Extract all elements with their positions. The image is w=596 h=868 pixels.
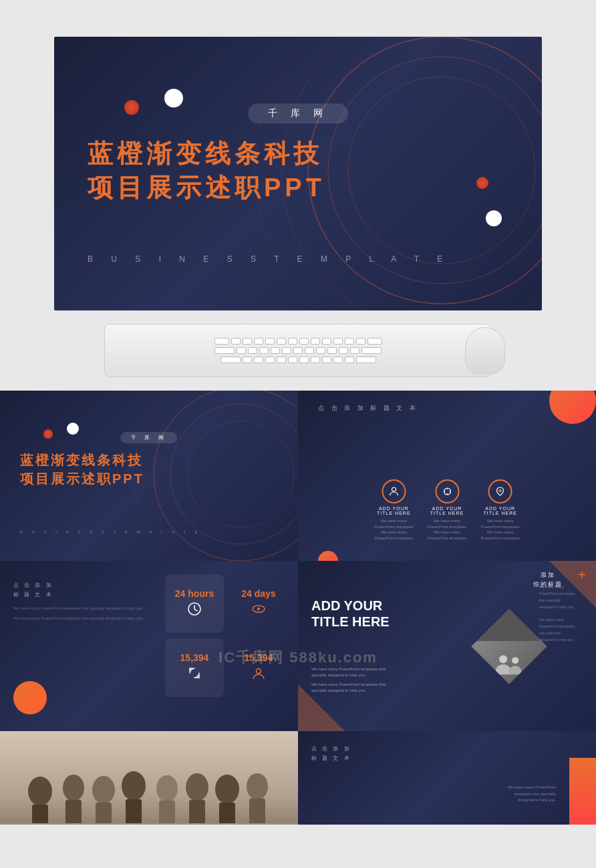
- hero-white-dot-2: [486, 210, 502, 226]
- s2-card3-title: ADD YOUR TITLE HERE: [479, 506, 522, 515]
- svg-rect-23: [32, 805, 48, 825]
- s4-right-text: We have many PowerPoint templates that s…: [539, 584, 589, 644]
- svg-rect-27: [96, 803, 112, 825]
- svg-point-18: [257, 608, 260, 610]
- s3-stat-3: 15,394: [165, 638, 224, 697]
- hero-subtitle: B U S I N E S S T E M P L A T E: [88, 254, 450, 264]
- svg-point-2: [348, 77, 535, 264]
- s4-body1: We have many PowerPoint templates that s…: [311, 666, 398, 679]
- s2-card1-title: ADD YOUR TITLE HERE: [373, 506, 416, 515]
- svg-rect-38: [0, 823, 298, 825]
- s1-brand-text: 千 库 网: [131, 435, 166, 441]
- slide-thumb-3[interactable]: 点 击 添 加 标 题 文 本 We have many PowerPoint …: [0, 561, 298, 731]
- s3-stat-4: 15,394: [229, 638, 288, 697]
- s3-stat1-icon: [187, 602, 202, 620]
- hero-title: 蓝橙渐变线条科技 项目展示述职PPT: [88, 137, 325, 206]
- hero-title-line2: 项目展示述职PPT: [88, 171, 325, 205]
- bs-heading: 点 击 添 加 标 题 文 本: [311, 744, 351, 764]
- svg-point-36: [247, 773, 268, 800]
- s1-title-l1: 蓝橙渐变线条科技: [20, 451, 144, 469]
- s3-stat3-icon: [187, 666, 202, 684]
- s2-header: 点 击 添 加 标 题 文 本: [318, 404, 418, 413]
- s1-title-l2: 项目展示述职PPT: [20, 469, 144, 488]
- s4-photo-diamond: [471, 608, 547, 684]
- s2-card2-icon: [435, 479, 459, 503]
- page-wrapper: 千 库 网 蓝橙渐变线条科技 项目展示述职PPT B U S I N E S S…: [0, 37, 596, 825]
- hero-white-dot-1: [164, 89, 183, 107]
- hero-brand: 千 库 网: [248, 103, 348, 124]
- s4-main-title-text: ADD YOUR TITLE HERE: [311, 598, 390, 630]
- bs-h2: 标 题 文 本: [311, 754, 351, 763]
- svg-point-28: [122, 771, 146, 801]
- bs-orange-bar: [569, 758, 596, 825]
- s3-stat4-icon: [251, 666, 266, 684]
- s4-body: We have many PowerPoint templates that s…: [311, 666, 398, 694]
- mouse: [465, 327, 505, 374]
- s3-stat-1: 24 hours: [165, 574, 224, 633]
- hero-slide: 千 库 网 蓝橙渐变线条科技 项目展示述职PPT B U S I N E S S…: [54, 37, 542, 310]
- s1-brand: 千 库 网: [120, 432, 177, 443]
- s2-card-1: ADD YOUR TITLE HERE We have many PowerPo…: [373, 479, 416, 541]
- s4-plus: +: [578, 568, 586, 583]
- s2-cards: ADD YOUR TITLE HERE We have many PowerPo…: [373, 479, 522, 541]
- s3-stat-grid: 24 hours 24 days: [165, 574, 288, 697]
- svg-point-7: [187, 421, 294, 527]
- hero-brand-text: 千 库 网: [268, 107, 328, 118]
- s2-card1-text: We have many PowerPoint templates We hav…: [373, 518, 416, 541]
- bottom-slide-left[interactable]: [0, 731, 298, 825]
- s4-main-title: ADD YOUR TITLE HERE: [311, 598, 390, 630]
- s3-body2: We have many PowerPoint templates that s…: [13, 616, 144, 622]
- hero-red-dot-2: [476, 177, 488, 189]
- bs-h1: 点 击 添 加: [311, 744, 351, 754]
- svg-point-1: [328, 57, 542, 284]
- s3-left: 点 击 添 加 标 题 文 本 We have many PowerPoint …: [13, 581, 144, 622]
- slide-thumb-4[interactable]: 添加 你的标题 + ADD YOUR TITLE HERE We have ma…: [298, 561, 596, 731]
- bottom-slide-right[interactable]: 点 击 添 加 标 题 文 本 We have many PowerPoint …: [298, 731, 596, 825]
- s4-body2: We have many PowerPoint templates that s…: [311, 682, 398, 694]
- s3-body1: We have many PowerPoint templates that s…: [13, 606, 144, 612]
- slide-thumb-2[interactable]: 点 击 添 加 标 题 文 本 ADD YOUR TITLE HERE We h…: [298, 391, 596, 561]
- s3-h2: 标 题 文 本: [13, 590, 144, 600]
- keyboard: [104, 324, 492, 377]
- slide-thumb-1[interactable]: 千 库 网 蓝橙渐变线条科技 项目展示述职PPT B U S I N E S S…: [0, 391, 298, 561]
- svg-point-24: [63, 775, 84, 801]
- svg-point-21: [512, 657, 518, 664]
- s3-body: We have many PowerPoint templates that s…: [13, 606, 144, 622]
- svg-point-26: [92, 776, 115, 804]
- s3-stat-2: 24 days: [229, 574, 288, 633]
- s2-card-2: ADD YOUR TITLE HERE We have many PowerPo…: [426, 479, 468, 541]
- svg-point-34: [215, 775, 239, 804]
- svg-rect-37: [249, 799, 265, 825]
- s2-orange-circle: [549, 391, 596, 424]
- s3-heading: 点 击 添 加 标 题 文 本: [13, 581, 144, 600]
- s1-dot-red: [43, 429, 53, 439]
- s2-card2-text: We have many PowerPoint templates We hav…: [426, 518, 468, 541]
- hero-red-dot-1: [124, 100, 139, 115]
- s1-subtitle: B U S I N E S S T E M P L A T E: [20, 530, 202, 534]
- svg-point-0: [308, 37, 542, 304]
- s4-right-text-content: We have many PowerPoint templates that s…: [539, 584, 589, 644]
- s3-h1: 点 击 添 加: [13, 581, 144, 590]
- svg-point-22: [28, 777, 52, 806]
- svg-rect-35: [219, 803, 235, 825]
- keyboard-area: [54, 310, 542, 391]
- s2-card-3: ADD YOUR TITLE HERE We have many PowerPo…: [479, 479, 522, 541]
- s2-orange-half: [318, 551, 338, 561]
- hero-title-line1: 蓝橙渐变线条科技: [88, 137, 325, 171]
- svg-point-20: [499, 655, 507, 663]
- bs-body: We have many PowerPoint templates that s…: [476, 785, 556, 804]
- s3-stat3-num: 15,394: [180, 652, 209, 663]
- s2-card3-text: We have many PowerPoint templates We hav…: [479, 518, 522, 541]
- svg-point-8: [134, 391, 298, 561]
- svg-rect-25: [65, 800, 82, 825]
- s2-card1-icon: [382, 479, 406, 503]
- svg-point-19: [257, 668, 261, 673]
- s2-card3-icon: [488, 479, 512, 503]
- svg-point-30: [156, 775, 178, 802]
- svg-point-5: [154, 391, 298, 561]
- s3-stat2-icon: [251, 602, 266, 620]
- svg-point-15: [499, 490, 501, 492]
- svg-rect-29: [126, 799, 142, 825]
- svg-rect-31: [159, 801, 175, 825]
- s3-orange-circle: [13, 681, 47, 714]
